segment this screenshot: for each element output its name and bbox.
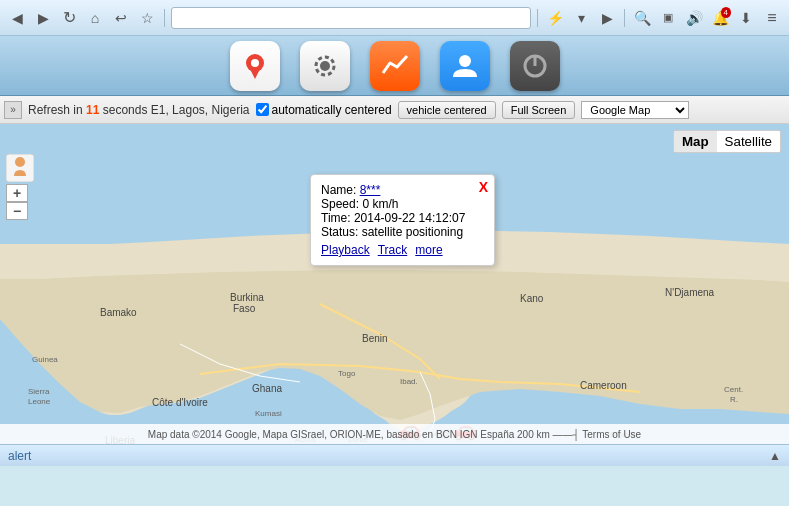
speaker-button[interactable]: 🔊 xyxy=(683,7,705,29)
svg-marker-2 xyxy=(249,67,261,79)
refresh-button[interactable]: ↻ xyxy=(58,7,80,29)
map-type-control: Map Satellite xyxy=(673,130,781,153)
svg-text:R.: R. xyxy=(730,395,738,404)
svg-text:Côte d'Ivoire: Côte d'Ivoire xyxy=(152,397,208,408)
auto-centered-checkbox[interactable] xyxy=(256,103,269,116)
svg-point-5 xyxy=(459,55,471,67)
forward-button[interactable]: ▶ xyxy=(32,7,54,29)
address-bar[interactable] xyxy=(171,7,531,29)
popup-playback-link[interactable]: Playback xyxy=(321,243,370,257)
zoom-in-button[interactable]: + xyxy=(6,184,28,202)
svg-point-45 xyxy=(15,157,25,167)
separator xyxy=(164,9,165,27)
svg-text:Cent.: Cent. xyxy=(724,385,743,394)
vehicle-centered-button[interactable]: vehicle centered xyxy=(398,101,496,119)
svg-text:Benin: Benin xyxy=(362,333,388,344)
svg-text:Kumasi: Kumasi xyxy=(255,409,282,418)
street-view-control[interactable] xyxy=(6,154,34,182)
forward2-button[interactable]: ▶ xyxy=(596,7,618,29)
svg-text:Burkina: Burkina xyxy=(230,292,264,303)
alert-expand-button[interactable]: ▲ xyxy=(769,449,781,463)
svg-text:Togo: Togo xyxy=(338,369,356,378)
popup-links: Playback Track more xyxy=(321,243,484,257)
vehicle-popup: X Name: 8*** Speed: 0 km/h Time: 2014-09… xyxy=(310,174,495,266)
refresh-label: Refresh in 11 seconds E1, Lagos, Nigeria xyxy=(28,103,250,117)
toolbar-toggle[interactable]: » xyxy=(4,101,22,119)
map-button[interactable]: Map xyxy=(674,131,717,152)
app-toolbar xyxy=(0,36,789,96)
popup-track-link[interactable]: Track xyxy=(378,243,408,257)
map-attribution: Map data ©2014 Google, Mapa GISrael, ORI… xyxy=(148,429,641,440)
svg-text:Guinea: Guinea xyxy=(32,355,58,364)
app-icon-tracking[interactable] xyxy=(370,41,420,91)
fullscreen-ext-button[interactable]: ▣ xyxy=(657,7,679,29)
browser-toolbar: ◀ ▶ ↻ ⌂ ↩ ☆ ⚡ ▾ ▶ 🔍 ▣ 🔊 4🔔 ⬇ ≡ xyxy=(0,0,789,36)
popup-speed-row: Speed: 0 km/h xyxy=(321,197,484,211)
svg-text:Sierra: Sierra xyxy=(28,387,50,396)
download-button[interactable]: ⬇ xyxy=(735,7,757,29)
home-button[interactable]: ⌂ xyxy=(84,7,106,29)
alert-label: alert xyxy=(8,449,31,463)
auto-centered-label: automatically centered xyxy=(272,103,392,117)
popup-name-link[interactable]: 8*** xyxy=(360,183,381,197)
back-button[interactable]: ◀ xyxy=(6,7,28,29)
map-footer: Map data ©2014 Google, Mapa GISrael, ORI… xyxy=(0,424,789,444)
svg-text:Ibad.: Ibad. xyxy=(400,377,418,386)
app-icon-power[interactable] xyxy=(510,41,560,91)
svg-text:Faso: Faso xyxy=(233,303,256,314)
zoom-control: + − xyxy=(6,184,28,220)
back-history-button[interactable]: ↩ xyxy=(110,7,132,29)
map-type-select[interactable]: Google Map Google Satellite OpenStreetMa… xyxy=(581,101,689,119)
separator2 xyxy=(537,9,538,27)
svg-text:Cameroon: Cameroon xyxy=(580,380,627,391)
auto-centered-checkbox-label[interactable]: automatically centered xyxy=(256,103,392,117)
popup-close-button[interactable]: X xyxy=(479,179,488,195)
map-container: Bamako Burkina Faso Kano N'Djamena Guine… xyxy=(0,124,789,444)
alert-bar: alert ▲ xyxy=(0,444,789,466)
separator3 xyxy=(624,9,625,27)
popup-status-row: Status: satellite positioning xyxy=(321,225,484,239)
popup-time-row: Time: 2014-09-22 14:12:07 xyxy=(321,211,484,225)
svg-point-3 xyxy=(320,61,330,71)
app-icon-maps[interactable] xyxy=(230,41,280,91)
app-icon-settings[interactable] xyxy=(300,41,350,91)
svg-point-1 xyxy=(251,59,259,67)
popup-name-row: Name: 8*** xyxy=(321,183,484,197)
app-icon-user[interactable] xyxy=(440,41,490,91)
map-svg: Bamako Burkina Faso Kano N'Djamena Guine… xyxy=(0,124,789,444)
svg-text:N'Djamena: N'Djamena xyxy=(665,287,715,298)
full-screen-button[interactable]: Full Screen xyxy=(502,101,576,119)
zoom-out-button[interactable]: − xyxy=(6,202,28,220)
svg-text:Ghana: Ghana xyxy=(252,383,282,394)
svg-text:Bamako: Bamako xyxy=(100,307,137,318)
refresh-seconds: 11 xyxy=(86,103,99,117)
satellite-button[interactable]: Satellite xyxy=(717,131,780,152)
lightning-button[interactable]: ⚡ xyxy=(544,7,566,29)
location-label: E1, Lagos, Nigeria xyxy=(151,103,250,117)
map-toolbar: » Refresh in 11 seconds E1, Lagos, Niger… xyxy=(0,96,789,124)
alert-ext-button[interactable]: 4🔔 xyxy=(709,7,731,29)
zoom-button[interactable]: 🔍 xyxy=(631,7,653,29)
svg-text:Leone: Leone xyxy=(28,397,51,406)
dropdown-button[interactable]: ▾ xyxy=(570,7,592,29)
bookmark-button[interactable]: ☆ xyxy=(136,7,158,29)
menu-button[interactable]: ≡ xyxy=(761,7,783,29)
popup-more-link[interactable]: more xyxy=(415,243,442,257)
svg-text:Kano: Kano xyxy=(520,293,544,304)
